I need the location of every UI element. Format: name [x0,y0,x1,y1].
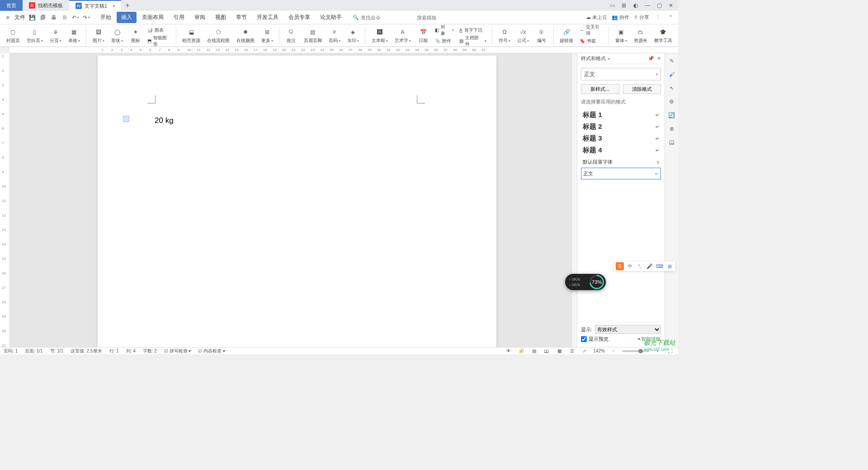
ribbon-doc-parts[interactable]: ▧文档部件▾ [458,36,489,47]
side-reading-icon[interactable]: 🕮 [668,138,676,146]
menu-tab-insert[interactable]: 插入 [117,12,137,23]
ribbon-object[interactable]: ◧对象▾ [433,25,455,36]
system-monitor-widget[interactable]: ↑ 0K/s ↓ 0K/s 73% [565,274,606,290]
ribbon-drop-cap[interactable]: A̲首字下沉 [458,25,489,36]
maximize-button[interactable]: ▢ [654,1,665,10]
status-page-num[interactable]: 页码: 1 [4,348,18,354]
tab-home[interactable]: 首页 [0,0,23,11]
ime-voice-icon[interactable]: 🎤 [646,262,654,270]
ribbon-header-footer[interactable]: ▤页眉页脚 [301,25,324,47]
style-heading-3[interactable]: 标题 3↵ [581,132,661,144]
ribbon-page-break[interactable]: ⤋分页▾ [47,25,64,47]
ribbon-wordart[interactable]: A艺术字▾ [392,25,413,47]
clear-format-button[interactable]: 清除格式 [623,84,661,94]
ribbon-symbol[interactable]: Ω符号▾ [496,25,513,47]
print-icon[interactable]: 🖶 [50,14,58,22]
ribbon-picture[interactable]: 🖼图片▾ [90,25,107,47]
side-draw-icon[interactable]: ✎ [668,57,676,65]
ribbon-attachment[interactable]: 📎附件 [433,36,455,47]
status-content-check[interactable]: ☑ 内容检查 ▾ [198,348,225,354]
status-spellcheck[interactable]: ☑ 拼写检查 ▾ [164,348,191,354]
new-style-button[interactable]: 新样式... [581,84,619,94]
view-print-icon[interactable]: ▤ [530,347,538,355]
save-icon[interactable]: 💾 [28,14,36,22]
ribbon-online-flowchart[interactable]: ⬠在线流程图 [205,25,232,47]
ribbon-numbering[interactable]: ①编号 [533,25,550,47]
ribbon-icons[interactable]: ✦图标 [127,25,144,47]
current-style-select[interactable]: 正文▾ [581,68,661,80]
menu-tab-references[interactable]: 引用 [169,12,189,23]
collab-button[interactable]: 👥 协作 [612,14,629,21]
ribbon-hyperlink[interactable]: 🔗超链接 [557,25,576,47]
ime-toolbar[interactable]: S 中 °, 🎤 ⌨ ⊞ [614,261,675,271]
status-chars[interactable]: 字数: 2 [143,348,157,354]
horizontal-ruler[interactable]: 1234567891011121314151617181920212223242… [10,47,678,53]
ribbon-equation[interactable]: √x公式▾ [515,25,532,47]
file-menu[interactable]: 文件 [14,14,25,21]
fit-icon[interactable]: ⤢ [580,347,589,355]
preview-checkbox[interactable]: 显示预览 [581,336,609,343]
ribbon-online-mindmap[interactable]: ✱在线脑图 [234,25,257,47]
ribbon-bookmark[interactable]: 🔖书签 [578,36,605,47]
user-icon[interactable]: ◐ [630,1,641,10]
ribbon-chart[interactable]: 📊图表 [146,25,172,36]
ribbon-shapes[interactable]: ◯形状▾ [109,25,126,47]
ribbon-comment[interactable]: 🗨批注 [283,25,299,47]
menu-tab-thesis[interactable]: 论文助手 [316,12,346,23]
side-settings-icon[interactable]: ⚙ [668,98,676,106]
menu-tab-review[interactable]: 审阅 [190,12,210,23]
style-heading-2[interactable]: 标题 2↵ [581,121,661,132]
status-setting[interactable]: 设置值: 2.5厘米 [71,348,102,354]
export-icon[interactable]: ⎘ [61,14,69,22]
new-tab-button[interactable]: + [121,1,134,9]
status-row[interactable]: 行: 1 [109,348,119,354]
zoom-out-icon[interactable]: − [609,347,618,355]
hamburger-icon[interactable]: ≡ [4,14,12,22]
status-section[interactable]: 节: 1/1 [50,348,63,354]
style-default-font[interactable]: 默认段落字体a [581,156,661,168]
view-outline-icon[interactable]: ☰ [568,347,576,355]
ime-settings-icon[interactable]: ⊞ [665,262,674,270]
vertical-scrollbar[interactable] [571,53,577,347]
menu-tab-view[interactable]: 视图 [211,12,231,23]
side-select-icon[interactable]: ↖ [668,84,676,92]
ribbon-watermark[interactable]: ◈水印▾ [344,25,361,47]
ribbon-table[interactable]: ▦表格▾ [66,25,82,47]
side-translate-icon[interactable]: 🔄 [668,111,676,119]
nav-icon[interactable]: 🧭 [517,347,525,355]
tab-document[interactable]: W 文字文稿1 • [69,0,121,11]
grid-icon[interactable]: ⊞ [618,1,629,10]
redo-icon[interactable]: ↷▾ [82,14,90,22]
menu-tab-member[interactable]: 会员专享 [284,12,315,23]
view-web-icon[interactable]: ▦ [555,347,563,355]
eye-icon[interactable]: 👁 [505,347,513,355]
view-read-icon[interactable]: 🕮 [542,347,551,355]
more-icon[interactable]: ⋮ [654,14,662,22]
ribbon-blank-page[interactable]: ▯空白页▾ [24,25,45,47]
style-heading-4[interactable]: 标题 4↵ [581,144,661,156]
ribbon-form[interactable]: ▣窗体▾ [613,25,629,47]
menu-tab-start[interactable]: 开始 [96,12,116,23]
smart-tag-icon[interactable] [123,116,129,122]
show-styles-select[interactable]: 有效样式 [595,325,661,334]
tab-templates[interactable]: D 找稻壳模板 [23,0,69,11]
ime-keyboard-icon[interactable]: ⌨ [656,262,664,270]
ribbon-teaching-tools[interactable]: 🎓教学工具 [651,25,675,47]
undo-icon[interactable]: ↶▾ [71,14,80,22]
layout-icon[interactable]: ▭ [607,1,618,10]
ime-lang-icon[interactable]: 中 [626,262,634,270]
side-style-icon[interactable]: 🖌 [668,70,676,79]
ribbon-page-number[interactable]: #页码▾ [326,25,343,47]
ribbon-resource-folder[interactable]: 🗀资源夹 [631,25,650,47]
ribbon-textbox[interactable]: 🅰文本框▾ [369,25,390,47]
document-area[interactable]: 20 kg [10,53,571,347]
minimize-button[interactable]: — [642,1,653,10]
menu-tab-dev-tools[interactable]: 开发工具 [252,12,283,23]
side-security-icon[interactable]: ⊕ [668,125,676,133]
cloud-status[interactable]: ☁ 未上云 [586,14,607,21]
vertical-ruler[interactable]: 1234567891011121314151617181920212223 [0,53,10,347]
print-preview-icon[interactable]: 🗐 [39,14,47,22]
ribbon-cross-reference[interactable]: ↔交叉引用 [578,25,605,36]
ribbon-more[interactable]: ⊞更多▾ [259,25,275,47]
menu-tab-page-layout[interactable]: 页面布局 [137,12,168,23]
